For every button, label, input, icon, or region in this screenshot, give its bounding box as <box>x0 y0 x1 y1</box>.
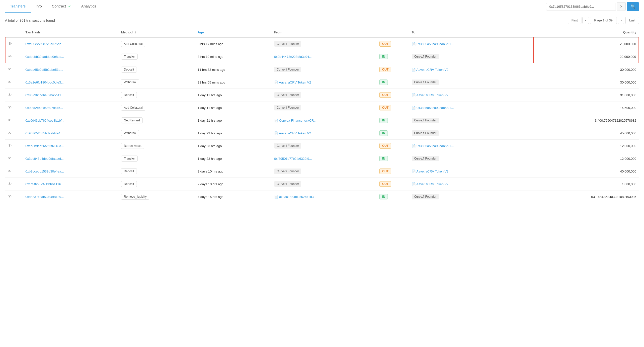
age-cell: 3 hrs 17 mins ago <box>195 38 272 50</box>
txn-hash-link[interactable]: 0xdae37c3af53498f8129... <box>26 195 64 199</box>
eye-cell: 👁 <box>5 102 23 114</box>
quantity-value: 45,000,000 <box>620 131 636 135</box>
doc-icon: 📄 <box>412 182 416 186</box>
txn-hash-link[interactable]: 0xbba65e9df5b2abe51b... <box>26 68 63 72</box>
quantity-value: 12,000,000 <box>620 144 636 148</box>
search-input[interactable] <box>546 3 616 10</box>
eye-icon[interactable]: 👁 <box>8 169 12 173</box>
quantity-cell: 3,400.769047122020578682 <box>534 114 639 127</box>
from-badge: Curve.fi Founder <box>274 41 301 46</box>
eye-icon[interactable]: 👁 <box>8 106 12 110</box>
txn-hash-link[interactable]: 0xcb58298cf71fbb6e116... <box>26 182 64 186</box>
txn-hash-link[interactable]: 0x99fd2e4f2c5fa07db45... <box>26 106 63 110</box>
direction-cell: IN <box>377 127 409 140</box>
to-link[interactable]: Aave: aCRV Token V2 <box>416 182 448 186</box>
direction-badge: IN <box>379 54 388 59</box>
txn-hash-link[interactable]: 0x5a3e6fb1804bdc0cfe3... <box>26 80 64 84</box>
eye-icon[interactable]: 👁 <box>8 194 12 199</box>
eye-icon[interactable]: 👁 <box>8 42 12 46</box>
table-body: 👁0xfd05e27f58728a375bb...Add Collateral3… <box>5 38 639 203</box>
method-info-icon[interactable]: ℹ <box>134 31 136 34</box>
col-dir <box>377 28 409 38</box>
quantity-value: 20,000,000 <box>620 55 636 58</box>
eye-icon[interactable]: 👁 <box>8 118 12 122</box>
search-clear-button[interactable]: ✕ <box>617 2 626 10</box>
from-cell: Curve.fi Founder <box>272 89 377 102</box>
method-cell: Add Collateral <box>119 102 195 114</box>
direction-badge: OUT <box>379 41 391 46</box>
nav-tabs: Transfers Info Contract ✓ Analytics <box>5 0 101 13</box>
table-row: 👁0xb9bcebb1533d30e4ea...Deposit2 days 10… <box>5 165 639 178</box>
search-button[interactable]: 🔍 <box>627 2 639 11</box>
table-row: 👁0xfd05e27f58728a375bb...Add Collateral3… <box>5 38 639 50</box>
method-cell: Deposit <box>119 89 195 102</box>
to-link[interactable]: Aave: aCRV Token V2 <box>416 170 448 173</box>
eye-icon[interactable]: 👁 <box>8 156 12 160</box>
eye-icon[interactable]: 👁 <box>8 93 12 97</box>
eye-cell: 👁 <box>5 76 23 89</box>
to-link[interactable]: 0x3835a58ca93cdb5f91... <box>416 106 454 110</box>
doc-icon: 📄 <box>412 106 416 110</box>
quantity-cell: 45,000,000 <box>534 127 639 140</box>
eye-icon[interactable]: 👁 <box>8 80 12 84</box>
prev-page-button[interactable]: ‹ <box>582 17 589 24</box>
eye-icon[interactable]: 👁 <box>8 54 12 58</box>
contract-check-icon: ✓ <box>68 4 71 8</box>
eye-icon[interactable]: 👁 <box>8 67 12 72</box>
col-txn-hash: Txn Hash <box>23 28 119 38</box>
from-link[interactable]: 0x9b44473e223f8a3c04... <box>274 55 312 58</box>
to-link[interactable]: Aave: aCRV Token V2 <box>416 93 448 97</box>
first-page-button[interactable]: First <box>568 17 582 24</box>
from-link[interactable]: 0x8301ae4fc9c624d1d3... <box>279 195 316 199</box>
from-badge: Curve.fi Founder <box>274 105 301 110</box>
eye-cell: 👁 <box>5 152 23 165</box>
tab-info[interactable]: Info <box>31 0 47 13</box>
txn-hash-cell: 0xb9bcebb1533d30e4ea... <box>23 165 119 178</box>
txn-hash-cell: 0x5a3e6fb1804bdc0cfe3... <box>23 76 119 89</box>
next-page-button[interactable]: › <box>618 17 624 24</box>
txn-hash-link[interactable]: 0x862961cdba32ba5b41... <box>26 93 64 97</box>
txn-hash-link[interactable]: 0xb9bcebb1533d30e4ea... <box>26 170 64 173</box>
txn-hash-link[interactable]: 0xfd05e27f58728a375bb... <box>26 42 64 46</box>
tab-contract[interactable]: Contract ✓ <box>47 0 76 13</box>
age-text: 2 days 10 hrs ago <box>198 170 223 173</box>
eye-icon[interactable]: 👁 <box>8 144 12 148</box>
quantity-value: 20,000,000 <box>620 42 636 46</box>
direction-badge: OUT <box>379 105 391 110</box>
from-link[interactable]: Aave: aCRV Token V2 <box>279 131 311 135</box>
txn-hash-link[interactable]: 0x3dc843b4dbe0dfaacef... <box>26 157 64 160</box>
from-link[interactable]: Convex Finance: cvxCR... <box>279 119 316 122</box>
to-badge: Curve.fi Founder <box>412 80 439 85</box>
from-link[interactable]: Aave: aCRV Token V2 <box>279 80 311 84</box>
quantity-cell: 1,000,000 <box>534 178 639 190</box>
txn-hash-link[interactable]: 0x903652085bd2afd4e4... <box>26 131 63 135</box>
to-link[interactable]: 0x3835a58ca93cdb5f91... <box>416 144 454 148</box>
direction-badge: OUT <box>379 143 391 148</box>
quantity-value: 3,400.769047122020578682 <box>595 119 636 122</box>
txn-hash-cell: 0xc0d43cb7604cee8b1bf... <box>23 114 119 127</box>
tab-transfers[interactable]: Transfers <box>5 0 31 13</box>
txn-hash-cell: 0xbba65e9df5b2abe51b... <box>23 63 119 76</box>
table-row: 👁0x862961cdba32ba5b41...Deposit1 day 11 … <box>5 89 639 102</box>
direction-cell: OUT <box>377 89 409 102</box>
eye-icon[interactable]: 👁 <box>8 131 12 135</box>
age-text: 2 days 10 hrs ago <box>198 182 223 186</box>
tab-analytics[interactable]: Analytics <box>76 0 101 13</box>
txn-hash-link[interactable]: 0xed8b9cb26f255f6140d... <box>26 144 64 148</box>
from-cell: Curve.fi Founder <box>272 38 377 50</box>
txn-hash-link[interactable]: 0xc0d43cb7604cee8b1bf... <box>26 119 64 122</box>
to-cell: Curve.fi Founder <box>409 76 534 89</box>
to-link[interactable]: 0x3835a58ca93cdb5f91... <box>416 42 454 46</box>
eye-cell: 👁 <box>5 190 23 203</box>
last-page-button[interactable]: Last <box>625 17 639 24</box>
method-badge: Borrow Asset <box>121 143 144 149</box>
direction-cell: IN <box>377 50 409 63</box>
eye-icon[interactable]: 👁 <box>8 182 12 186</box>
from-link[interactable]: 0xf89501b77b2fa6329f9... <box>274 157 312 160</box>
table-row: 👁0xc0d43cb7604cee8b1bf...Get Reward1 day… <box>5 114 639 127</box>
doc-icon: 📄 <box>412 170 416 173</box>
txn-hash-link[interactable]: 0xdbebb32daddee0e8ac... <box>26 55 64 58</box>
age-cell: 1 day 11 hrs ago <box>195 102 272 114</box>
to-link[interactable]: Aave: aCRV Token V2 <box>416 68 448 72</box>
age-text: 1 day 23 hrs ago <box>198 144 222 148</box>
